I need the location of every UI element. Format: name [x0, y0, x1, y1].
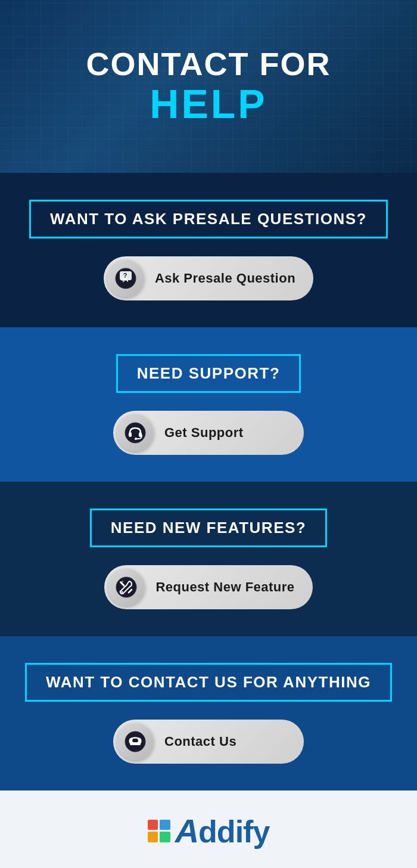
presale-heading-text: WANT TO ASK PRESALE QUESTIONS?: [50, 210, 367, 228]
logo-cell-orange: [148, 832, 158, 842]
contact-section: WANT TO CONTACT US FOR ANYTHING Contact …: [0, 636, 417, 790]
svg-rect-3: [129, 432, 132, 437]
features-heading-box: NEED NEW FEATURES?: [90, 509, 327, 547]
contact-us-label: Contact Us: [164, 734, 236, 749]
presale-icon-wrapper: ?: [107, 260, 144, 297]
request-feature-button[interactable]: Request New Feature: [104, 565, 312, 609]
headset-icon: [125, 422, 146, 444]
contact-heading-text: WANT TO CONTACT US FOR ANYTHING: [46, 673, 371, 691]
presale-heading-box: WANT TO ASK PRESALE QUESTIONS?: [29, 200, 388, 238]
contact-us-button[interactable]: Contact Us: [113, 720, 304, 764]
logo-cell-green: [160, 832, 170, 842]
support-section: NEED SUPPORT? Get Support: [0, 327, 417, 482]
svg-point-5: [135, 438, 137, 440]
support-icon-wrapper: [117, 414, 154, 451]
presale-section: WANT TO ASK PRESALE QUESTIONS? ? Ask Pre…: [0, 173, 417, 327]
svg-point-6: [116, 577, 136, 597]
contact-heading-box: WANT TO CONTACT US FOR ANYTHING: [25, 663, 392, 702]
svg-point-7: [122, 591, 123, 593]
request-feature-label: Request New Feature: [155, 579, 294, 595]
ask-presale-label: Ask Presale Question: [155, 271, 295, 286]
svg-point-2: [125, 423, 145, 443]
ask-presale-button[interactable]: ? Ask Presale Question: [104, 256, 313, 300]
hero-title-accent: HELP: [86, 82, 331, 126]
chat-question-icon: ?: [115, 268, 136, 289]
hero-content: CONTACT FOR HELP: [86, 46, 331, 126]
logo: Addify: [148, 811, 270, 850]
svg-text:?: ?: [123, 272, 127, 279]
logo-a: A: [175, 812, 198, 850]
support-heading-text: NEED SUPPORT?: [137, 364, 281, 382]
logo-cell-blue: [160, 820, 170, 830]
hero-title-main: CONTACT FOR: [86, 46, 331, 82]
footer: Addify: [0, 790, 417, 868]
svg-rect-13: [133, 739, 138, 742]
phone-icon: [125, 731, 146, 752]
hero-section: CONTACT FOR HELP: [0, 0, 417, 173]
get-support-label: Get Support: [164, 425, 244, 441]
get-support-button[interactable]: Get Support: [113, 411, 304, 455]
logo-hash-icon: [148, 820, 170, 842]
features-section: NEED NEW FEATURES? Request New Feature: [0, 482, 417, 636]
features-icon-wrapper: [108, 569, 145, 606]
contact-icon-wrapper: [117, 723, 154, 760]
features-heading-text: NEED NEW FEATURES?: [111, 519, 306, 537]
support-heading-box: NEED SUPPORT?: [116, 354, 301, 393]
wrench-icon: [116, 576, 137, 598]
logo-cell-red: [148, 820, 158, 830]
logo-text: Addify: [175, 811, 270, 850]
